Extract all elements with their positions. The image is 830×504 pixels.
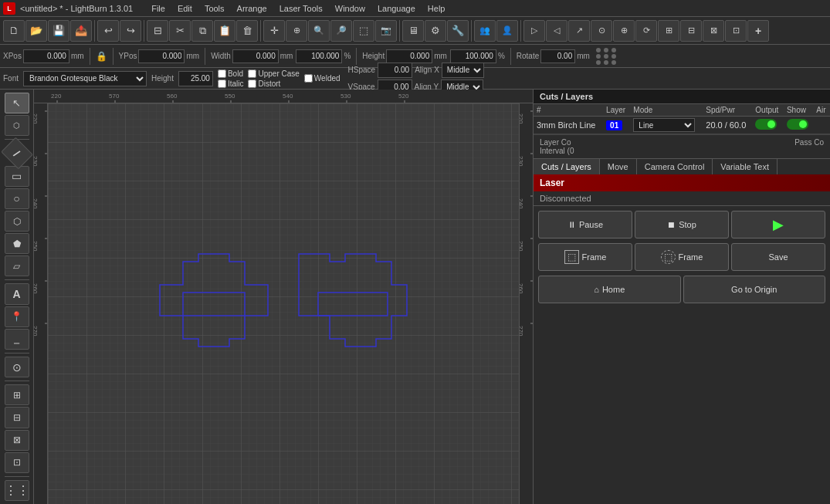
new-button[interactable]: 🗋: [3, 20, 25, 42]
users-button[interactable]: 👥: [474, 20, 496, 42]
width-label: Width: [211, 52, 231, 60]
shape-btn8[interactable]: ⊟: [680, 20, 702, 42]
shape-btn3[interactable]: ↗: [568, 20, 590, 42]
paste-button[interactable]: 📋: [214, 20, 235, 42]
menu-tools[interactable]: Tools: [198, 0, 231, 17]
undo-button[interactable]: ↩: [97, 20, 119, 42]
upper-case-check[interactable]: Upper Case: [248, 69, 299, 78]
dot-grid-button[interactable]: ⋮⋮: [5, 480, 29, 501]
output-toggle[interactable]: [755, 119, 777, 130]
camera-button[interactable]: 📷: [375, 20, 397, 42]
pin-tool[interactable]: 📍: [5, 306, 29, 327]
height-input[interactable]: [386, 49, 432, 63]
home-button[interactable]: ⌂ Home: [538, 276, 681, 303]
group-tool3[interactable]: ⊠: [5, 430, 29, 451]
upper-case-checkbox[interactable]: [248, 69, 256, 78]
row-spdpwr: 20.0 / 60.0: [703, 117, 752, 134]
draw-line-tool[interactable]: /: [1, 137, 33, 170]
cut-button[interactable]: ✂: [169, 20, 191, 42]
italic-checkbox[interactable]: [218, 79, 226, 88]
user-button[interactable]: 👤: [496, 20, 518, 42]
shape-btn6[interactable]: ⟳: [635, 20, 657, 42]
welded-checkbox[interactable]: [304, 74, 313, 83]
copy-button[interactable]: ⧉: [191, 20, 213, 42]
menu-edit[interactable]: Edit: [171, 0, 198, 17]
start-button[interactable]: ▶: [731, 211, 825, 238]
bold-checkbox[interactable]: [218, 69, 226, 78]
menu-language[interactable]: Language: [371, 0, 422, 17]
menu-file[interactable]: File: [145, 0, 171, 17]
canvas-area[interactable]: 220230240250260270: [48, 103, 533, 504]
draw-star-tool[interactable]: ⬟: [5, 233, 29, 254]
rotate-unit: mm: [577, 52, 590, 60]
italic-check[interactable]: Italic: [218, 79, 244, 88]
select-tool[interactable]: ↖: [5, 93, 29, 113]
font-select[interactable]: Brandon Grotesque Black: [23, 71, 147, 86]
text-tool[interactable]: A: [5, 283, 29, 304]
welded-check[interactable]: Welded: [304, 74, 340, 83]
distort-checkbox[interactable]: [248, 79, 256, 88]
open-button[interactable]: 📂: [25, 20, 47, 42]
group-tool1[interactable]: ⊞: [5, 384, 29, 405]
menu-window[interactable]: Window: [329, 0, 371, 17]
tools2-button[interactable]: 🔧: [447, 20, 469, 42]
tab-camera-control[interactable]: Camera Control: [637, 159, 713, 174]
font-height-input[interactable]: [178, 71, 213, 86]
go-origin-button[interactable]: Go to Origin: [683, 276, 826, 303]
screen-button[interactable]: 🖥: [402, 20, 424, 42]
save-laser-button[interactable]: Save: [731, 243, 825, 271]
scale-h-input[interactable]: [450, 49, 496, 63]
scale-w-input[interactable]: [296, 49, 342, 63]
layer-badge[interactable]: 01: [606, 120, 622, 130]
rotate-input[interactable]: [540, 49, 575, 63]
draw-polygon-tool[interactable]: ⬡: [5, 211, 29, 232]
xpos-input[interactable]: [23, 49, 69, 63]
group-tool2[interactable]: ⊟: [5, 407, 29, 428]
camera-circle-tool[interactable]: ⊙: [5, 357, 29, 377]
redo-button[interactable]: ↪: [120, 20, 141, 42]
save-button[interactable]: 💾: [48, 20, 69, 42]
pause-button[interactable]: ⏸ Pause: [538, 211, 632, 238]
tab-cuts-layers[interactable]: Cuts / Layers: [534, 159, 600, 174]
stop-button[interactable]: ⏹ Stop: [635, 211, 729, 238]
export-button[interactable]: 📤: [70, 20, 92, 42]
shape-btn2[interactable]: ◁: [546, 20, 567, 42]
ypos-input[interactable]: [138, 49, 185, 63]
delete-button[interactable]: 🗑: [236, 20, 258, 42]
show-toggle[interactable]: [787, 119, 808, 130]
shape-btn7[interactable]: ⊞: [658, 20, 679, 42]
distort-check[interactable]: Distort: [248, 79, 299, 88]
zoom-fit-button[interactable]: ⊕: [286, 20, 307, 42]
shape-btn10[interactable]: ⊡: [725, 20, 747, 42]
hspace-input[interactable]: [378, 63, 412, 78]
shape-btn1[interactable]: ▷: [523, 20, 545, 42]
settings-button[interactable]: ⚙: [425, 20, 446, 42]
zoom-out-button[interactable]: 🔎: [330, 20, 352, 42]
draw-frame-tool[interactable]: ▱: [5, 255, 29, 276]
menu-laser-tools[interactable]: Laser Tools: [273, 0, 329, 17]
mode-select[interactable]: Line Fill Offset Fill: [633, 118, 695, 132]
node-edit-tool[interactable]: ⬡: [5, 115, 29, 136]
draw-circle-tool[interactable]: ○: [5, 188, 29, 209]
copy-props-button[interactable]: ⊟: [147, 20, 168, 42]
shape-btn9[interactable]: ⊠: [703, 20, 724, 42]
add-button[interactable]: +: [747, 20, 769, 42]
tab-variable-text[interactable]: Variable Text: [713, 159, 777, 174]
table-row[interactable]: 3mm Birch Line 01 Line Fill Offset Fill …: [534, 117, 830, 134]
tab-move[interactable]: Move: [600, 159, 637, 174]
select-rect-button[interactable]: ⬚: [353, 20, 374, 42]
frame-button-2[interactable]: ⬚ Frame: [635, 243, 729, 271]
bold-check[interactable]: Bold: [218, 69, 244, 78]
frame-button-1[interactable]: ⬚ Frame: [538, 243, 632, 271]
draw-rect-tool[interactable]: ▭: [5, 166, 29, 187]
menu-help[interactable]: Help: [422, 0, 452, 17]
shape-btn5[interactable]: ⊕: [613, 20, 635, 42]
measure-tool[interactable]: ⎯: [5, 329, 29, 350]
zoom-in-button[interactable]: 🔍: [308, 20, 330, 42]
menu-arrange[interactable]: Arrange: [231, 0, 273, 17]
move-tool-button[interactable]: ✛: [263, 20, 285, 42]
group-tool4[interactable]: ⊡: [5, 452, 29, 473]
align-x-select[interactable]: Middle: [442, 63, 484, 78]
shape-btn4[interactable]: ⊙: [591, 20, 612, 42]
width-input[interactable]: [232, 49, 279, 63]
